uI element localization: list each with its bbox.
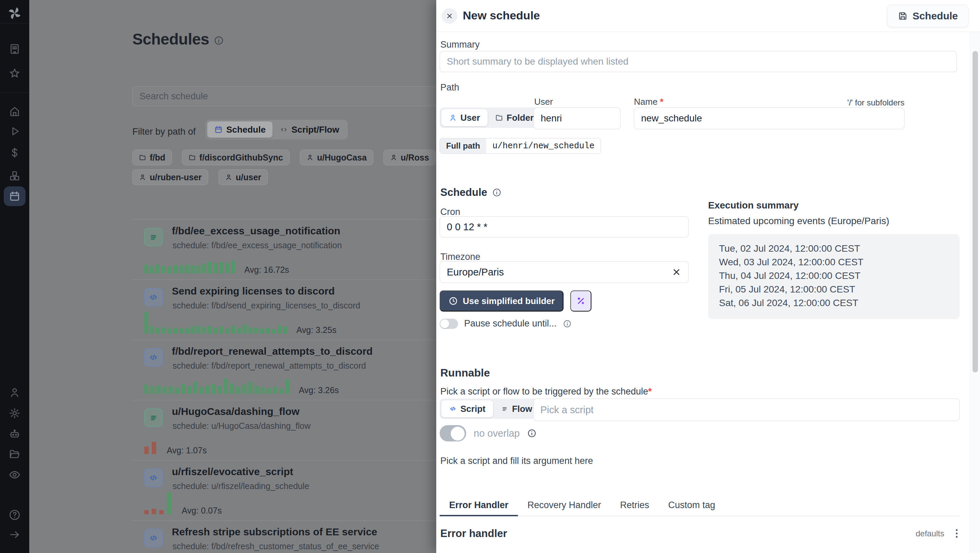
- tab-custom-tag[interactable]: Custom tag: [659, 494, 725, 516]
- path-chip[interactable]: f/discordGithubSync: [182, 149, 290, 165]
- simplified-builder-button[interactable]: Use simplified builder: [440, 291, 563, 311]
- clear-timezone-icon[interactable]: [672, 267, 681, 277]
- folder-icon: [495, 114, 503, 122]
- divider: [0, 23, 29, 24]
- sidebar-item-home[interactable]: [4, 102, 25, 121]
- path-chip-row: f/bdf/discordGithubSyncu/HugoCasau/Ross: [132, 149, 436, 165]
- flow-icon: [144, 228, 163, 246]
- clock-icon: [449, 296, 458, 306]
- drawer-title: New schedule: [463, 9, 540, 22]
- drawer-header: New schedule Schedule: [436, 0, 980, 32]
- sidebar-item-schedules[interactable]: [4, 186, 25, 206]
- full-path: Full path u/henri/new_schedule: [440, 138, 601, 154]
- sidebar-item-folders[interactable]: [4, 444, 25, 464]
- execution-summary: Execution summary Estimated upcoming eve…: [708, 200, 959, 319]
- timezone-input[interactable]: [440, 261, 689, 283]
- runnable-description: Pick a script or flow to be triggered by…: [440, 386, 652, 397]
- schedule-row[interactable]: f/bd/report_renewal_attempts_to_discords…: [132, 340, 436, 400]
- path-chip-row: u/ruben-useru/user: [132, 169, 268, 185]
- schedule-path: schedule: f/bd/ee_excess_usage_notificat…: [172, 240, 342, 250]
- required-asterisk: *: [648, 386, 652, 397]
- sidebar-item-resources[interactable]: [4, 166, 25, 186]
- sidebar-item-help[interactable]: [4, 505, 25, 525]
- tab-error-handler[interactable]: Error Handler: [440, 494, 518, 516]
- path-chip[interactable]: u/Ross: [383, 149, 436, 165]
- path-label: Path: [440, 82, 460, 93]
- schedule-submit-button[interactable]: Schedule: [887, 5, 969, 27]
- summary-input[interactable]: [440, 51, 957, 72]
- schedule-path: schedule: f/bd/send_expiring_licenses_to…: [172, 300, 360, 310]
- pause-schedule-toggle[interactable]: [440, 319, 458, 329]
- schedules-page: Schedules Filter by path of Schedule Scr…: [29, 0, 436, 553]
- sidebar-item-runs[interactable]: [4, 121, 25, 141]
- upcoming-event: Wed, 03 Jul 2024, 12:00:00 CEST: [719, 256, 949, 269]
- avg-duration: Avg: 3.26s: [299, 386, 339, 394]
- path-chip[interactable]: f/bd: [132, 149, 172, 165]
- sidebar-item-workspace[interactable]: [4, 39, 25, 59]
- owner-kind-toggle: User Folder: [440, 108, 543, 128]
- filter-toggle-schedule[interactable]: Schedule: [207, 121, 272, 138]
- schedule-row[interactable]: u/rfiszel/evocative_scriptschedule: u/rf…: [132, 460, 436, 520]
- error-handler-mode: defaults: [916, 529, 944, 539]
- sidebar-item-audit[interactable]: [4, 465, 25, 485]
- ai-wand-button[interactable]: [570, 291, 592, 311]
- full-path-value: u/henri/new_schedule: [486, 138, 601, 153]
- tab-retries[interactable]: Retries: [611, 494, 659, 516]
- sidebar-item-collapse[interactable]: [4, 525, 25, 545]
- upcoming-event: Fri, 05 Jul 2024, 12:00:00 CEST: [719, 283, 949, 296]
- path-chip[interactable]: u/user: [218, 169, 268, 185]
- script-picker-input[interactable]: [533, 399, 959, 421]
- owner-toggle-user[interactable]: User: [441, 109, 488, 126]
- schedule-row[interactable]: f/bd/ee_excess_usage_notificationschedul…: [132, 219, 436, 280]
- search-input[interactable]: [132, 86, 436, 106]
- user-icon: [306, 154, 314, 161]
- folder-open-icon: [8, 448, 21, 460]
- cron-label: Cron: [440, 207, 460, 217]
- folder-icon: [139, 154, 146, 161]
- script-icon: [144, 469, 163, 487]
- path-chip[interactable]: u/HugoCasa: [300, 149, 373, 165]
- required-asterisk: *: [660, 97, 663, 107]
- subfolder-hint: '/' for subfolders: [847, 98, 904, 108]
- filter-label: Filter by path of: [132, 127, 196, 137]
- user-input[interactable]: [533, 108, 620, 129]
- owner-toggle-folder[interactable]: Folder: [488, 109, 541, 126]
- upcoming-event: Sat, 06 Jul 2024, 12:00:00 CEST: [719, 296, 949, 310]
- sidebar: [0, 0, 29, 553]
- runnable-section-header: Runnable: [440, 367, 490, 379]
- sidebar-item-variables[interactable]: [4, 143, 25, 162]
- cron-input[interactable]: [440, 216, 689, 237]
- sidebar-item-favorites[interactable]: [4, 64, 25, 83]
- schedule-title: Send expiring licenses to discord: [172, 285, 334, 297]
- no-overlap-toggle[interactable]: [440, 425, 466, 442]
- schedule-row[interactable]: Refresh stripe subscriptions of EE servi…: [132, 520, 436, 553]
- flow-icon: [501, 405, 509, 413]
- close-button[interactable]: [442, 8, 457, 24]
- sidebar-item-users[interactable]: [4, 383, 25, 402]
- runs-bar-chart: Avg: 3.26s: [144, 378, 339, 394]
- scrollbar-thumb[interactable]: [972, 51, 978, 372]
- chip-label: u/Ross: [401, 153, 429, 162]
- schedule-title: f/bd/ee_excess_usage_notification: [172, 225, 340, 237]
- schedule-title: f/bd/report_renewal_attempts_to_discord: [172, 346, 372, 357]
- filter-toggle-script-flow[interactable]: Script/Flow: [272, 121, 346, 138]
- windmill-logo-icon[interactable]: [7, 5, 22, 21]
- user-icon: [8, 386, 21, 399]
- play-icon: [8, 125, 21, 137]
- pause-schedule-label: Pause schedule until...: [464, 318, 557, 329]
- sidebar-item-settings[interactable]: [4, 404, 25, 423]
- code-icon: [449, 405, 457, 413]
- name-input[interactable]: [634, 108, 904, 129]
- kebab-menu-icon[interactable]: [954, 527, 959, 540]
- kind-toggle-flow[interactable]: Flow: [493, 400, 540, 417]
- home-icon: [8, 105, 21, 118]
- avg-duration: Avg: 3.25s: [296, 326, 337, 334]
- sidebar-item-workers[interactable]: [4, 424, 25, 444]
- path-chip[interactable]: u/ruben-user: [132, 169, 208, 185]
- schedule-row[interactable]: Send expiring licenses to discordschedul…: [132, 280, 436, 340]
- tab-recovery-handler[interactable]: Recovery Handler: [518, 494, 611, 516]
- gear-icon: [8, 407, 21, 420]
- kind-toggle-script[interactable]: Script: [441, 400, 493, 417]
- schedule-row[interactable]: u/HugoCasa/dashing_flowschedule: u/HugoC…: [132, 400, 436, 460]
- info-icon: [527, 429, 537, 438]
